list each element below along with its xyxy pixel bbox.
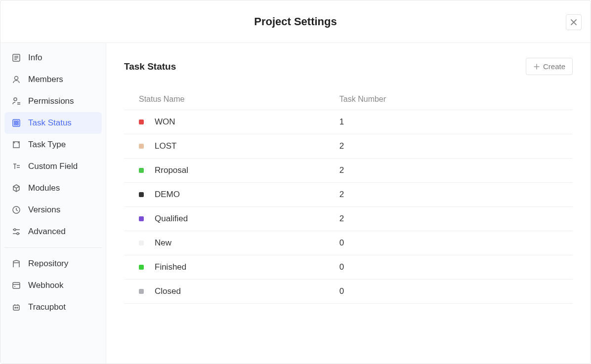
status-name-label: DEMO [155,190,180,200]
plus-icon [533,63,540,70]
create-button-label: Create [543,62,565,71]
table-row[interactable]: WON1 [124,110,573,134]
table-row[interactable]: New0 [124,231,573,255]
task-number-cell: 0 [339,262,573,272]
svg-rect-25 [13,305,19,310]
members-icon [11,75,21,84]
status-name-label: Finished [155,262,186,272]
sidebar-item-label: Advanced [28,227,66,237]
close-icon [570,18,578,26]
task-number-cell: 0 [339,238,573,248]
status-name-cell: Qualified [124,214,339,224]
repository-icon [11,259,21,269]
info-icon [11,53,21,63]
modules-icon [11,183,21,193]
status-name-label: New [155,238,171,248]
advanced-icon [11,227,21,237]
sidebar-item-label: Versions [28,205,60,215]
task-number-cell: 2 [339,190,573,200]
svg-rect-8 [13,120,20,126]
sidebar-item-task-type[interactable]: Task Type [4,134,102,156]
close-button[interactable] [566,14,582,30]
status-name-cell: DEMO [124,190,339,200]
svg-point-4 [15,77,18,80]
status-name-cell: Closed [124,286,339,296]
modal-title: Project Settings [254,15,337,28]
sidebar-item-label: Permissions [28,96,74,106]
table-row[interactable]: Rroposal2 [124,159,573,183]
table-row[interactable]: Qualified2 [124,207,573,231]
svg-rect-12 [17,123,18,125]
status-color-dot [139,120,144,124]
status-name-cell: New [124,238,339,248]
sidebar-list: Info Members Permissions [0,43,106,322]
content-header: Task Status Create [124,58,573,75]
sidebar-item-permissions[interactable]: Permissions [4,90,102,112]
table-row[interactable]: Closed0 [124,280,573,304]
status-name-label: Rroposal [155,165,188,175]
sidebar-item-label: Custom Field [28,162,78,171]
content-area: Task Status Create Status Name Task Numb… [106,43,591,364]
sidebar-item-label: Tracupbot [28,302,66,312]
sidebar-item-task-status[interactable]: Task Status [4,112,102,134]
task-number-cell: 2 [339,141,573,151]
sidebar-item-versions[interactable]: Versions [4,199,102,221]
svg-point-5 [14,98,17,101]
column-header-number: Task Number [339,95,573,104]
table-row[interactable]: DEMO2 [124,183,573,207]
project-settings-modal: Project Settings Info Members [0,0,591,364]
sidebar-item-advanced[interactable]: Advanced [4,221,102,243]
modal-body: Info Members Permissions [0,43,591,364]
sidebar-item-custom-field[interactable]: Custom Field [4,156,102,177]
task-number-cell: 1 [339,117,573,127]
task-number-cell: 0 [339,286,573,296]
status-color-dot [139,144,144,149]
tracupbot-icon [11,302,21,312]
sidebar-item-label: Members [28,75,63,84]
status-name-label: Qualified [155,214,188,224]
svg-point-27 [17,307,18,308]
sidebar-item-members[interactable]: Members [4,69,102,90]
sidebar-item-label: Task Type [28,140,66,150]
modal-header: Project Settings [0,0,591,43]
versions-icon [11,205,21,215]
sidebar-item-modules[interactable]: Modules [4,177,102,199]
svg-rect-10 [17,121,18,122]
task-type-icon [11,140,21,150]
status-table: Status Name Task Number WON1LOST2Rroposa… [124,89,573,304]
column-header-name: Status Name [124,95,339,104]
webhook-icon [11,281,21,290]
table-row[interactable]: LOST2 [124,134,573,159]
sidebar-item-label: Task Status [28,118,72,128]
content-title: Task Status [124,61,176,72]
status-name-cell: LOST [124,141,339,151]
status-color-dot [139,168,144,173]
sidebar-item-label: Info [28,53,42,63]
status-color-dot [139,216,144,221]
status-color-dot [139,265,144,270]
status-color-dot [139,241,144,245]
table-row[interactable]: Finished0 [124,255,573,280]
status-name-cell: Rroposal [124,165,339,175]
sidebar[interactable]: Info Members Permissions [0,43,106,364]
create-button[interactable]: Create [526,58,573,75]
table-body: WON1LOST2Rroposal2DEMO2Qualified2New0Fin… [124,110,573,304]
svg-point-21 [17,233,19,235]
sidebar-item-tracupbot[interactable]: Tracupbot [4,296,102,318]
svg-rect-9 [14,121,16,122]
sidebar-item-label: Modules [28,183,60,193]
sidebar-item-webhook[interactable]: Webhook [4,275,102,296]
custom-field-icon [11,162,21,171]
sidebar-item-repository[interactable]: Repository [4,253,102,275]
sidebar-divider [4,247,102,248]
status-name-cell: WON [124,117,339,127]
task-number-cell: 2 [339,165,573,175]
task-number-cell: 2 [339,214,573,224]
permissions-icon [11,96,21,106]
sidebar-item-info[interactable]: Info [4,47,102,69]
status-name-cell: Finished [124,262,339,272]
task-status-icon [11,118,21,128]
sidebar-item-label: Webhook [28,281,64,290]
svg-point-19 [14,229,16,231]
svg-rect-11 [14,123,16,125]
